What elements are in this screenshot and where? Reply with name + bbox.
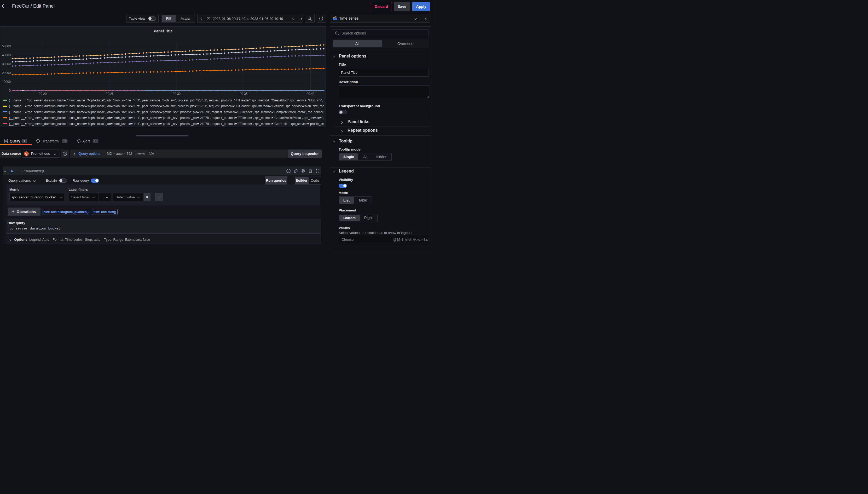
svg-text:30000: 30000 [2,62,11,66]
svg-text:20:30: 20:30 [173,92,180,96]
svg-text:20:25: 20:25 [106,92,114,96]
svg-text:0: 0 [9,89,11,93]
svg-text:20:20: 20:20 [39,92,46,96]
svg-text:10000: 10000 [2,80,11,84]
svg-text:20000: 20000 [2,71,11,75]
svg-text:50000: 50000 [2,44,11,48]
svg-text:20:40: 20:40 [307,92,314,96]
svg-text:20:35: 20:35 [240,92,248,96]
svg-text:40000: 40000 [2,53,11,57]
